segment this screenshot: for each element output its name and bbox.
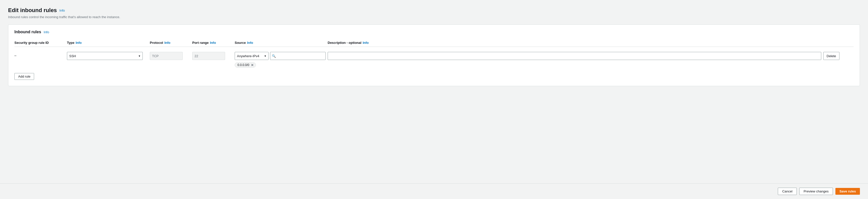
- page-subtitle: Inbound rules control the incoming traff…: [8, 15, 860, 19]
- table-row: – SSH HTTP HTTPS Custom TCP Custom UDP A…: [14, 50, 854, 70]
- page-title-row: Edit inbound rules Info: [8, 7, 860, 13]
- port-range-cell: [192, 52, 232, 60]
- type-select[interactable]: SSH HTTP HTTPS Custom TCP Custom UDP All…: [67, 52, 143, 60]
- th-type: Type Info: [67, 41, 148, 45]
- card-title-info-link[interactable]: Info: [44, 30, 49, 34]
- description-cell: [328, 52, 821, 60]
- type-select-wrapper[interactable]: SSH HTTP HTTPS Custom TCP Custom UDP All…: [67, 52, 143, 60]
- source-search-icon: 🔍: [272, 54, 276, 58]
- th-description: Description - optional Info: [328, 41, 821, 45]
- page-title-info-link[interactable]: Info: [59, 8, 65, 12]
- delete-cell: Delete: [823, 52, 854, 60]
- type-cell: SSH HTTP HTTPS Custom TCP Custom UDP All…: [67, 52, 148, 60]
- description-input[interactable]: [328, 52, 821, 60]
- cancel-button[interactable]: Cancel: [778, 188, 797, 195]
- source-tag-chip: 0.0.0.0/0 ✕: [235, 63, 256, 68]
- source-tag-value: 0.0.0.0/0: [238, 63, 249, 67]
- th-actions: [823, 41, 854, 45]
- rule-id-cell: –: [14, 52, 65, 57]
- card-title: Inbound rules: [14, 30, 41, 34]
- port-range-input: [192, 52, 225, 60]
- page-title: Edit inbound rules: [8, 7, 57, 13]
- th-source: Source Info: [235, 41, 326, 45]
- inbound-rules-card: Inbound rules Info Security group rule I…: [8, 25, 860, 86]
- th-type-info-link[interactable]: Info: [75, 41, 82, 45]
- source-tag-remove-icon[interactable]: ✕: [251, 64, 254, 67]
- th-source-info-link[interactable]: Info: [247, 41, 253, 45]
- th-port-range-info-link[interactable]: Info: [210, 41, 216, 45]
- protocol-cell: [150, 52, 190, 60]
- th-protocol: Protocol Info: [150, 41, 190, 45]
- preview-changes-button[interactable]: Preview changes: [799, 188, 833, 195]
- delete-button[interactable]: Delete: [823, 52, 839, 60]
- source-search-input[interactable]: [270, 52, 326, 60]
- th-security-group-rule-id: Security group rule ID: [14, 41, 65, 45]
- card-title-row: Inbound rules Info: [14, 30, 854, 34]
- source-select[interactable]: Anywhere-IPv4 Anywhere-IPv6 Custom My IP: [235, 52, 269, 60]
- source-search-wrapper: 🔍: [270, 52, 326, 60]
- footer-bar: Cancel Preview changes Save rules: [0, 184, 868, 199]
- table-header: Security group rule ID Type Info Protoco…: [14, 39, 854, 47]
- save-rules-button[interactable]: Save rules: [835, 188, 860, 195]
- add-rule-button[interactable]: Add rule: [14, 73, 34, 80]
- th-protocol-info-link[interactable]: Info: [164, 41, 170, 45]
- protocol-input: [150, 52, 183, 60]
- th-port-range: Port range Info: [192, 41, 232, 45]
- source-select-wrapper[interactable]: Anywhere-IPv4 Anywhere-IPv6 Custom My IP…: [235, 52, 269, 60]
- th-description-info-link[interactable]: Info: [363, 41, 369, 45]
- source-cell: Anywhere-IPv4 Anywhere-IPv6 Custom My IP…: [235, 52, 326, 68]
- rule-id-value: –: [14, 53, 17, 57]
